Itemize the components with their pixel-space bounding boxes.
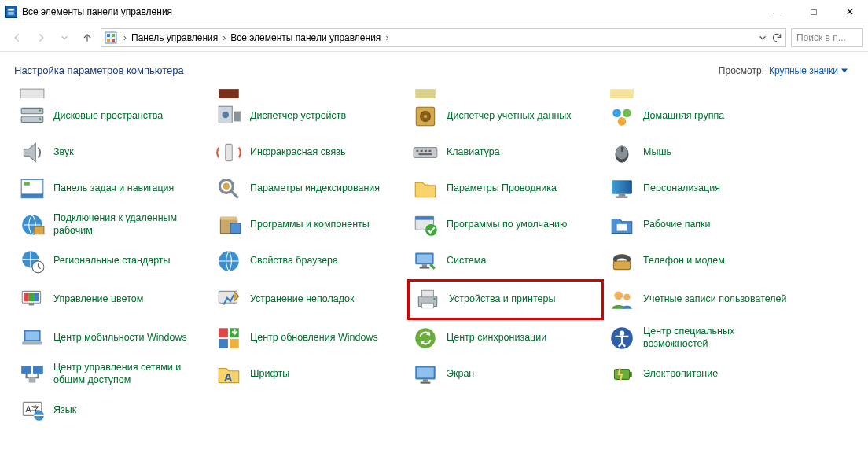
nav-back-button[interactable] [8, 28, 27, 47]
breadcrumb-seg-1[interactable]: Панель управления [130, 32, 219, 43]
mobility-center-icon [19, 325, 46, 352]
address-bar[interactable]: › Панель управления › Все элементы панел… [101, 28, 786, 47]
svg-rect-32 [425, 150, 427, 152]
infrared-icon [215, 139, 242, 166]
breadcrumb-seg-2[interactable]: Все элементы панели управления [229, 32, 382, 43]
item-sound[interactable]: Звук [14, 134, 211, 171]
item-mobility-center[interactable]: Центр мобильности Windows [14, 320, 211, 356]
item-color-management[interactable]: Управление цветом [14, 279, 211, 320]
item-network-sharing[interactable]: Центр управления сетями и общим доступом [14, 356, 211, 392]
item-taskbar-navigation[interactable]: Панель задач и навигация [14, 171, 211, 207]
svg-rect-10 [20, 89, 44, 98]
item-phone-modem[interactable]: Телефон и модем [604, 243, 800, 279]
item-device-manager[interactable]: Диспетчер устройств [211, 98, 407, 134]
nav-recent-dropdown[interactable] [55, 28, 74, 47]
svg-point-84 [415, 328, 436, 348]
item-personalization[interactable]: Персонализация [604, 171, 800, 207]
programs-icon [215, 212, 242, 238]
svg-point-17 [39, 118, 41, 120]
item-credential-manager[interactable]: Диспетчер учетных данных [407, 98, 604, 134]
item-homegroup[interactable]: Домашняя группа [604, 98, 800, 134]
item-language[interactable]: A字Язык [14, 392, 211, 429]
breadcrumb[interactable]: › Панель управления › Все элементы панел… [120, 32, 392, 43]
item-region[interactable]: Региональные стандарты [14, 243, 211, 279]
item-fonts[interactable]: AШрифты [211, 356, 407, 392]
item-mouse[interactable]: Мышь [604, 134, 800, 171]
svg-point-16 [39, 109, 41, 112]
item-system[interactable]: Система [407, 243, 604, 279]
view-selector: Просмотр: Крупные значки [719, 65, 848, 76]
svg-rect-96 [630, 372, 632, 377]
item-infrared[interactable]: Инфракрасная связь [211, 134, 407, 171]
item-partial[interactable] [14, 86, 211, 98]
chevron-right-icon: › [219, 32, 229, 43]
item-programs-features[interactable]: Программы и компоненты [211, 207, 407, 243]
nav-up-button[interactable] [79, 28, 96, 47]
taskbar-icon [19, 175, 46, 202]
globe-clock-icon [19, 248, 46, 274]
svg-rect-69 [29, 303, 34, 305]
svg-rect-56 [617, 224, 627, 231]
nav-forward-button[interactable] [31, 28, 50, 47]
search-input[interactable]: Поиск в п... [791, 28, 863, 47]
device-manager-icon [215, 103, 242, 130]
item-windows-update[interactable]: Центр обновления Windows [211, 320, 407, 356]
svg-point-86 [620, 330, 624, 335]
svg-rect-66 [24, 293, 28, 302]
chevron-right-icon: › [120, 32, 130, 43]
item-work-folders[interactable]: Рабочие папки [604, 207, 800, 243]
item-default-programs[interactable]: Программы по умолчанию [407, 207, 604, 243]
svg-rect-11 [219, 89, 239, 98]
view-value-dropdown[interactable]: Крупные значки [769, 65, 848, 76]
power-options-icon [609, 361, 635, 388]
item-file-explorer-options[interactable]: Параметры Проводника [407, 171, 604, 207]
item-internet-options[interactable]: Свойства браузера [211, 243, 407, 279]
address-dropdown-icon[interactable] [757, 32, 768, 43]
system-icon [412, 248, 439, 274]
item-storage-spaces[interactable]: Дисковые пространства [14, 98, 211, 134]
view-label: Просмотр: [719, 65, 764, 76]
troubleshooting-icon [215, 286, 242, 313]
svg-rect-67 [29, 293, 34, 302]
item-user-accounts[interactable]: Учетные записи пользователей [604, 279, 800, 320]
remote-desktop-icon [19, 212, 46, 238]
svg-rect-49 [34, 226, 44, 234]
item-display[interactable]: Экран [407, 356, 604, 392]
minimize-button[interactable]: — [760, 0, 796, 24]
svg-rect-52 [230, 223, 241, 234]
work-folders-icon [609, 212, 635, 238]
control-panel-icon [5, 6, 17, 18]
display-icon [412, 361, 439, 388]
svg-rect-40 [24, 182, 29, 186]
chevron-right-icon: › [382, 32, 392, 43]
maximize-button[interactable]: □ [796, 0, 832, 24]
close-button[interactable]: ✕ [832, 0, 868, 24]
item-remoteapp[interactable]: Подключения к удаленным рабочим [14, 207, 211, 243]
item-partial[interactable] [604, 86, 800, 98]
svg-point-75 [614, 291, 623, 300]
speaker-icon [19, 139, 46, 166]
svg-point-76 [623, 294, 631, 301]
item-keyboard[interactable]: Клавиатура [407, 134, 604, 171]
window-title: Все элементы панели управления [22, 6, 172, 17]
item-power-options[interactable]: Электропитание [604, 356, 800, 392]
svg-rect-61 [417, 255, 432, 263]
items-grid: Дисковые пространства Диспетчер устройст… [0, 86, 868, 452]
svg-rect-13 [610, 89, 634, 98]
svg-rect-7 [107, 39, 110, 42]
item-indexing-options[interactable]: Параметры индексирования [211, 171, 407, 207]
refresh-icon[interactable] [771, 32, 782, 43]
devices-printers-icon [414, 286, 441, 313]
svg-rect-51 [220, 216, 237, 219]
item-sync-center[interactable]: Центр синхронизации [407, 320, 604, 356]
svg-marker-27 [24, 143, 35, 161]
item-partial[interactable] [407, 86, 604, 98]
item-ease-of-access[interactable]: Центр специальных возможностей [604, 320, 800, 356]
svg-rect-37 [621, 147, 623, 152]
svg-rect-5 [107, 34, 110, 37]
item-devices-printers[interactable]: Устройства и принтеры [407, 279, 604, 320]
window-controls: — □ ✕ [760, 0, 868, 24]
item-troubleshooting[interactable]: Устранение неполадок [211, 279, 407, 320]
item-partial[interactable] [211, 86, 407, 98]
search-index-icon [215, 175, 242, 202]
